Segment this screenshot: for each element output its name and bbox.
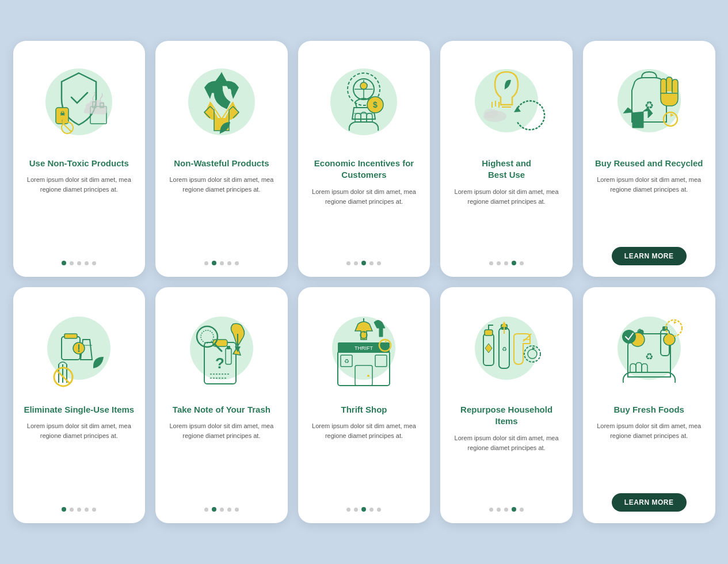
svg-text:$: $ [373,100,378,109]
card-eliminate-single-use: Eliminate Single-Use Items Lorem ipsum d… [13,287,146,523]
svg-text:!: ! [62,119,63,123]
svg-rect-74 [485,330,493,336]
card-footer-highest-best-use [449,261,563,265]
dots-eliminate-single-use [62,507,96,512]
svg-point-16 [360,82,367,89]
dot [377,508,381,512]
card-highest-best-use: Highest andBest Use Lorem ipsum dolor si… [440,41,573,277]
dot [85,261,89,265]
card-footer-take-note-trash [165,507,279,512]
card-non-wasteful: Non-Wasteful Products Lorem ipsum dolor … [155,41,288,277]
learn-more-button-1[interactable]: LEARN MORE [612,247,687,265]
dots-non-wasteful [204,261,239,265]
card-buy-fresh-foods: ♻ Bu [583,287,715,523]
dot [361,507,366,512]
card-repurpose-household: ♻ Repurpose Household Items Lorem ipsum … [440,287,573,523]
card-title-use-non-toxic: Use Non-Toxic Products [29,158,129,169]
card-title-repurpose-household: Repurpose Household Items [449,404,563,428]
illustration-buy-reused-recycled: ♻ [592,51,706,152]
dot [92,261,96,265]
dots-highest-best-use [489,261,524,265]
card-footer-thrift-shop [307,507,421,512]
svg-point-41 [78,350,80,352]
card-title-thrift-shop: Thrift Shop [341,404,387,416]
card-grid: ☠ ! Use Non-Toxic Products Lorem ipsum d… [13,41,715,523]
learn-more-button-2[interactable]: LEARN MORE [612,493,687,512]
dot [504,508,508,512]
dot [489,261,493,265]
svg-rect-37 [64,334,77,338]
dot [62,507,66,512]
dots-repurpose-household [489,507,524,512]
dot [346,261,350,265]
card-use-non-toxic: ☠ ! Use Non-Toxic Products Lorem ipsum d… [13,41,146,277]
dot [512,507,516,512]
card-title-non-wasteful: Non-Wasteful Products [174,158,269,169]
dot [361,261,366,265]
illustration-buy-fresh-foods: ♻ [592,298,706,398]
illustration-use-non-toxic: ☠ ! [22,51,136,152]
svg-text:☠: ☠ [60,110,65,117]
dot [346,508,350,512]
dot [92,508,96,512]
card-body-thrift-shop: Lorem ipsum dolor sit dim amet, mea regi… [307,421,421,499]
card-take-note-trash: ? Take Note of Your Trash Lorem ipsum do… [155,287,288,523]
dot [77,261,81,265]
dot [369,508,373,512]
illustration-non-wasteful [165,51,279,152]
svg-rect-59 [227,346,230,349]
dot [489,508,493,512]
dot [235,508,239,512]
card-footer-buy-fresh-foods[interactable]: LEARN MORE [592,493,706,512]
dot [235,261,239,265]
illustration-highest-best-use [449,51,563,152]
card-title-economic-incentives: Economic Incentives for Customers [307,158,421,181]
dot [220,508,224,512]
dot [227,508,231,512]
card-thrift-shop: THRIFT ♻ Thrift Shop [298,287,430,523]
card-body-buy-fresh-foods: Lorem ipsum dolor sit dim amet, mea regi… [592,421,706,485]
svg-text:♻: ♻ [645,352,653,361]
illustration-economic-incentives: $ [307,51,421,152]
illustration-repurpose-household: ♻ [449,298,563,398]
dot [85,508,89,512]
card-body-repurpose-household: Lorem ipsum dolor sit dim amet, mea regi… [449,433,563,500]
illustration-thrift-shop: THRIFT ♻ [307,298,421,398]
dot [497,261,501,265]
card-body-eliminate-single-use: Lorem ipsum dolor sit dim amet, mea regi… [22,421,136,499]
dot [204,261,208,265]
card-title-buy-reused-recycled: Buy Reused and Recycled [595,158,703,169]
dot [520,508,524,512]
dot [354,261,358,265]
svg-point-88 [664,334,675,345]
dot [70,508,74,512]
dot [369,261,373,265]
dot [220,261,224,265]
card-body-non-wasteful: Lorem ipsum dolor sit dim amet, mea regi… [165,175,279,253]
card-footer-buy-reused-recycled[interactable]: LEARN MORE [592,247,706,265]
dot [62,261,66,265]
card-footer-repurpose-household [449,507,563,512]
card-title-buy-fresh-foods: Buy Fresh Foods [613,404,684,416]
svg-text:?: ? [215,355,224,372]
illustration-eliminate-single-use [22,298,136,398]
dots-take-note-trash [204,507,239,512]
card-body-buy-reused-recycled: Lorem ipsum dolor sit dim amet, mea regi… [592,175,706,239]
dot [212,507,216,512]
svg-point-85 [622,330,636,344]
svg-point-65 [367,375,369,377]
dots-economic-incentives [346,261,381,265]
svg-text:♻: ♻ [502,346,507,352]
card-body-take-note-trash: Lorem ipsum dolor sit dim amet, mea regi… [165,421,279,499]
dot [70,261,74,265]
svg-point-28 [484,109,498,118]
dot [354,508,358,512]
svg-point-82 [618,317,681,380]
svg-text:THRIFT: THRIFT [355,345,373,351]
dot [212,261,216,265]
dot [497,508,501,512]
illustration-take-note-trash: ? [165,298,279,398]
dots-thrift-shop [346,507,381,512]
dot [377,261,381,265]
card-footer-non-wasteful [165,261,279,265]
